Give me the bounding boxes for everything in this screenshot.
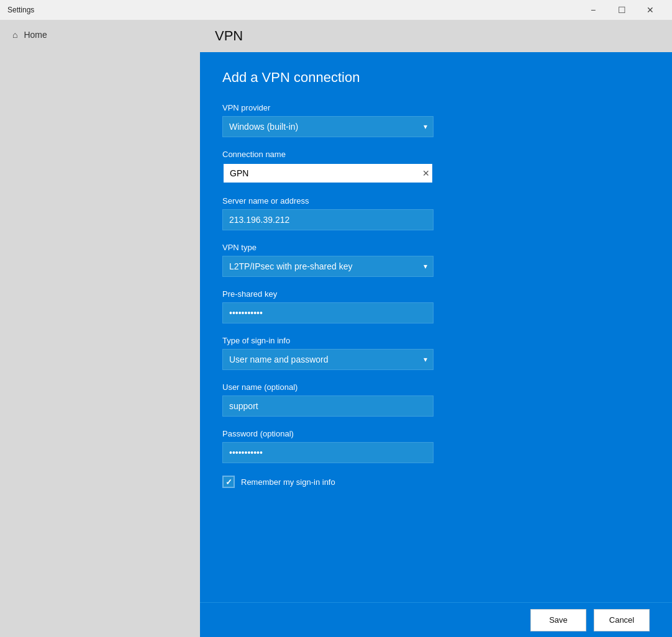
server-name-label: Server name or address: [222, 196, 650, 206]
vpn-provider-label: VPN provider: [222, 103, 650, 112]
pre-shared-key-label: Pre-shared key: [222, 289, 650, 299]
server-name-input[interactable]: [222, 209, 434, 230]
main-content: Add a VPN connection VPN provider Window…: [200, 52, 672, 602]
username-group: User name (optional): [222, 382, 650, 417]
save-button[interactable]: Save: [530, 609, 586, 631]
username-label: User name (optional): [222, 382, 650, 392]
sidebar-item-home[interactable]: ⌂ Home: [0, 20, 200, 50]
pre-shared-key-group: Pre-shared key: [222, 289, 650, 323]
app-title: Settings: [7, 6, 34, 14]
vpn-provider-select-wrapper: Windows (built-in) ▾: [222, 116, 434, 137]
vpn-provider-group: VPN provider Windows (built-in) ▾: [222, 103, 650, 137]
username-input[interactable]: [222, 395, 434, 417]
title-bar: Settings − ☐ ✕: [0, 0, 672, 20]
vpn-type-select-wrapper: L2TP/IPsec with pre-shared key ▾: [222, 256, 434, 277]
vpn-type-label: VPN type: [222, 243, 650, 252]
form-title: Add a VPN connection: [222, 70, 650, 86]
cancel-button[interactable]: Cancel: [594, 609, 650, 631]
pre-shared-key-input[interactable]: [222, 302, 434, 323]
connection-name-input-wrapper: ✕: [222, 163, 434, 184]
sign-in-type-label: Type of sign-in info: [222, 336, 650, 345]
connection-name-input[interactable]: [222, 163, 434, 184]
server-name-group: Server name or address: [222, 196, 650, 230]
vpn-type-select[interactable]: L2TP/IPsec with pre-shared key: [222, 256, 434, 277]
close-button[interactable]: ✕: [636, 0, 665, 20]
sidebar: ⌂ Home: [0, 20, 200, 637]
sign-in-type-select[interactable]: User name and password: [222, 349, 434, 370]
connection-name-clear-button[interactable]: ✕: [422, 169, 430, 178]
vpn-type-group: VPN type L2TP/IPsec with pre-shared key …: [222, 243, 650, 277]
connection-name-label: Connection name: [222, 150, 650, 159]
vpn-title: VPN: [215, 28, 243, 44]
password-input[interactable]: [222, 442, 434, 463]
password-label: Password (optional): [222, 429, 650, 438]
remember-signin-label: Remember my sign-in info: [241, 477, 335, 487]
bottom-bar: Save Cancel: [200, 602, 672, 637]
sign-in-type-group: Type of sign-in info User name and passw…: [222, 336, 650, 370]
password-group: Password (optional): [222, 429, 650, 463]
maximize-button[interactable]: ☐: [607, 0, 636, 20]
sign-in-type-select-wrapper: User name and password ▾: [222, 349, 434, 370]
remember-signin-checkbox[interactable]: [222, 476, 235, 488]
sidebar-home-label: Home: [24, 30, 47, 40]
minimize-button[interactable]: −: [579, 0, 607, 20]
window-controls: − ☐ ✕: [579, 0, 665, 20]
vpn-header: VPN: [200, 20, 672, 52]
home-icon: ⌂: [12, 30, 17, 40]
vpn-provider-select[interactable]: Windows (built-in): [222, 116, 434, 137]
remember-signin-row[interactable]: Remember my sign-in info: [222, 476, 650, 488]
connection-name-group: Connection name ✕: [222, 150, 650, 184]
